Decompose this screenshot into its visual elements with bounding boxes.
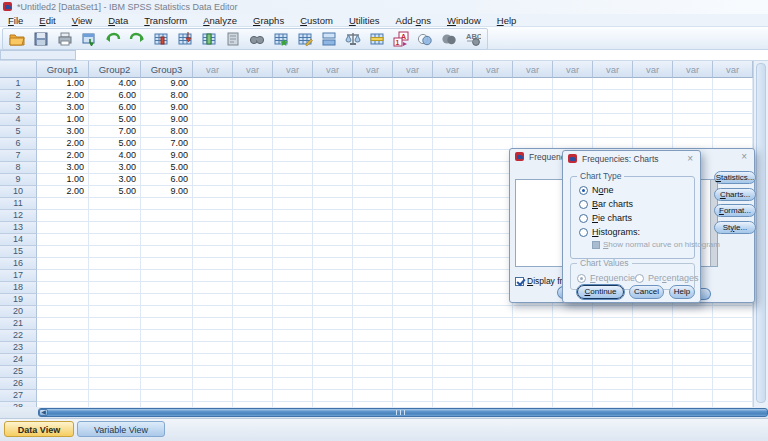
empty-cell[interactable]	[313, 138, 353, 150]
empty-cell[interactable]	[353, 162, 393, 174]
empty-cell[interactable]	[433, 78, 473, 90]
data-cell[interactable]: 3.00	[37, 162, 89, 174]
empty-cell[interactable]	[513, 78, 553, 90]
empty-cell[interactable]	[193, 150, 233, 162]
empty-cell[interactable]	[673, 126, 713, 138]
data-cell[interactable]	[89, 390, 141, 402]
row-number[interactable]: 4	[0, 114, 37, 126]
empty-cell[interactable]	[353, 222, 393, 234]
empty-cell[interactable]	[433, 150, 473, 162]
empty-cell[interactable]	[233, 210, 273, 222]
empty-cell[interactable]	[513, 318, 553, 330]
empty-cell[interactable]	[473, 138, 513, 150]
data-cell[interactable]: 1.00	[37, 174, 89, 186]
data-cell[interactable]: 9.00	[141, 78, 193, 90]
vertical-scrollbar[interactable]	[753, 61, 768, 407]
empty-cell[interactable]	[313, 330, 353, 342]
empty-cell[interactable]	[433, 366, 473, 378]
goto-case-button[interactable]	[173, 30, 197, 49]
empty-cell[interactable]	[233, 390, 273, 402]
empty-cell[interactable]	[553, 102, 593, 114]
menu-item-custom[interactable]: Custom	[292, 14, 341, 27]
empty-cell[interactable]	[553, 114, 593, 126]
empty-cell[interactable]	[633, 378, 673, 390]
data-cell[interactable]	[89, 282, 141, 294]
column-header-var[interactable]: var	[313, 61, 353, 78]
empty-cell[interactable]	[233, 294, 273, 306]
empty-cell[interactable]	[313, 378, 353, 390]
menu-item-data[interactable]: Data	[100, 14, 136, 27]
empty-cell[interactable]	[273, 126, 313, 138]
data-cell[interactable]	[89, 306, 141, 318]
data-cell[interactable]	[89, 222, 141, 234]
empty-cell[interactable]	[193, 138, 233, 150]
empty-cell[interactable]	[233, 138, 273, 150]
empty-cell[interactable]	[633, 366, 673, 378]
empty-cell[interactable]	[313, 150, 353, 162]
empty-cell[interactable]	[713, 342, 753, 354]
empty-cell[interactable]	[353, 246, 393, 258]
empty-cell[interactable]	[273, 102, 313, 114]
empty-cell[interactable]	[273, 150, 313, 162]
empty-cell[interactable]	[473, 366, 513, 378]
empty-cell[interactable]	[193, 330, 233, 342]
empty-cell[interactable]	[233, 222, 273, 234]
empty-cell[interactable]	[273, 186, 313, 198]
data-cell[interactable]	[89, 366, 141, 378]
empty-cell[interactable]	[473, 114, 513, 126]
data-cell[interactable]: 2.00	[37, 138, 89, 150]
empty-cell[interactable]	[473, 126, 513, 138]
statistics-button[interactable]: Statistics...	[714, 171, 756, 184]
empty-cell[interactable]	[273, 318, 313, 330]
row-number[interactable]: 7	[0, 150, 37, 162]
column-header-var[interactable]: var	[433, 61, 473, 78]
empty-cell[interactable]	[393, 198, 433, 210]
empty-cell[interactable]	[313, 342, 353, 354]
empty-cell[interactable]	[393, 234, 433, 246]
data-cell[interactable]	[141, 210, 193, 222]
data-cell[interactable]: 4.00	[89, 78, 141, 90]
empty-cell[interactable]	[393, 366, 433, 378]
data-cell[interactable]	[89, 234, 141, 246]
row-number[interactable]: 19	[0, 294, 37, 306]
row-number[interactable]: 27	[0, 390, 37, 402]
empty-cell[interactable]	[353, 102, 393, 114]
empty-cell[interactable]	[513, 378, 553, 390]
undo-button[interactable]	[101, 30, 125, 49]
column-header-var[interactable]: var	[673, 61, 713, 78]
empty-cell[interactable]	[233, 162, 273, 174]
empty-cell[interactable]	[193, 378, 233, 390]
data-cell[interactable]	[141, 246, 193, 258]
column-header-var[interactable]: var	[713, 61, 753, 78]
data-cell[interactable]: 3.00	[89, 174, 141, 186]
empty-cell[interactable]	[633, 354, 673, 366]
data-cell[interactable]	[141, 222, 193, 234]
row-number[interactable]: 25	[0, 366, 37, 378]
row-number[interactable]: 13	[0, 222, 37, 234]
empty-cell[interactable]	[273, 114, 313, 126]
data-cell[interactable]	[141, 270, 193, 282]
column-header-var[interactable]: var	[353, 61, 393, 78]
row-number[interactable]: 26	[0, 378, 37, 390]
empty-cell[interactable]	[473, 78, 513, 90]
empty-cell[interactable]	[713, 90, 753, 102]
empty-cell[interactable]	[593, 354, 633, 366]
row-number[interactable]: 22	[0, 330, 37, 342]
empty-cell[interactable]	[313, 366, 353, 378]
empty-cell[interactable]	[433, 306, 473, 318]
empty-cell[interactable]	[473, 378, 513, 390]
empty-cell[interactable]	[633, 102, 673, 114]
empty-cell[interactable]	[713, 126, 753, 138]
empty-cell[interactable]	[273, 234, 313, 246]
empty-cell[interactable]	[233, 282, 273, 294]
empty-cell[interactable]	[393, 354, 433, 366]
empty-cell[interactable]	[353, 306, 393, 318]
recall-dialogs-button[interactable]	[77, 30, 101, 49]
data-cell[interactable]	[89, 210, 141, 222]
data-cell[interactable]	[37, 390, 89, 402]
empty-cell[interactable]	[473, 150, 513, 162]
empty-cell[interactable]	[313, 354, 353, 366]
empty-cell[interactable]	[353, 78, 393, 90]
menu-item-view[interactable]: View	[64, 14, 100, 27]
empty-cell[interactable]	[673, 378, 713, 390]
